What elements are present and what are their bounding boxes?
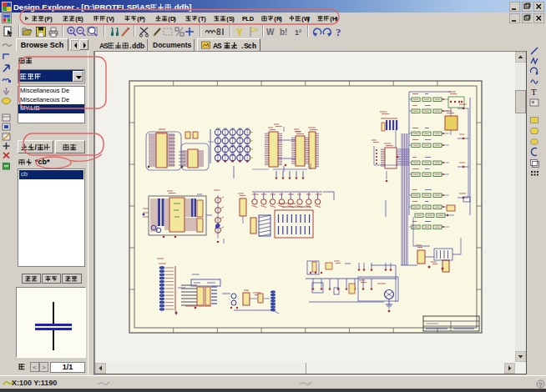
- svg-text:b: b: [140, 41, 144, 49]
- svg-text:): ): [280, 15, 282, 23]
- svg-text:): ): [81, 15, 83, 23]
- svg-text:Y: Y: [236, 27, 243, 38]
- svg-text:1²: 1²: [295, 28, 301, 37]
- svg-text:/: /: [34, 143, 37, 151]
- svg-text:): ): [112, 15, 114, 23]
- svg-text:D: D: [250, 15, 255, 23]
- svg-text:): ): [174, 15, 176, 23]
- svg-text:.: .: [129, 41, 131, 49]
- svg-text:.: .: [241, 41, 243, 49]
- svg-text:S: S: [217, 41, 222, 49]
- svg-text:T: T: [531, 87, 537, 97]
- svg-text:h: h: [252, 41, 256, 49]
- svg-text:): ): [50, 15, 53, 23]
- svg-text:?: ?: [336, 26, 341, 38]
- svg-text:?: ?: [538, 381, 543, 389]
- svg-text:b!: b!: [280, 28, 287, 37]
- svg-text:W: W: [266, 28, 275, 37]
- svg-text:): ): [336, 15, 338, 23]
- svg-text:): ): [204, 15, 206, 23]
- svg-text:): ): [232, 15, 235, 23]
- svg-text:8: 8: [216, 28, 221, 37]
- svg-text:): ): [143, 15, 145, 23]
